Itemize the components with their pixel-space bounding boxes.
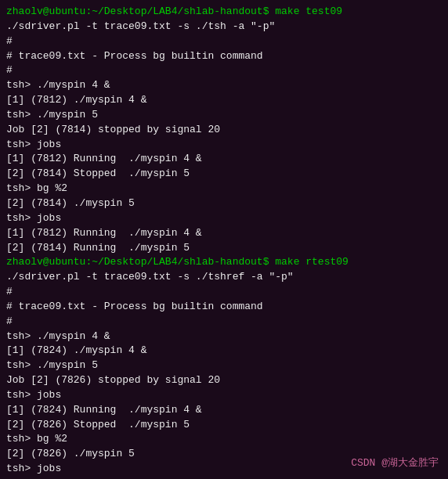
terminal-line: # trace09.txt - Process bg builtin comma… — [6, 300, 442, 315]
terminal-line: tsh> bg %2 — [6, 432, 442, 447]
terminal-line: [2] (7814) Stopped ./myspin 5 — [6, 167, 442, 182]
terminal-line: # trace09.txt - Process bg builtin comma… — [6, 49, 442, 64]
terminal-line: [1] (7824) Running ./myspin 4 & — [6, 403, 442, 418]
terminal-line: [1] (7812) Running ./myspin 4 & — [6, 152, 442, 167]
terminal-line: [1] (7812) Running ./myspin 4 & — [6, 226, 442, 241]
terminal-line: Job [2] (7814) stopped by signal 20 — [6, 123, 442, 138]
terminal-line: tsh> ./myspin 4 & — [6, 330, 442, 344]
terminal-line: [2] (7826) Stopped ./myspin 5 — [6, 418, 442, 433]
terminal-line: tsh> jobs — [6, 388, 442, 403]
terminal-line: ./sdriver.pl -t trace09.txt -s ./tshref … — [6, 270, 442, 285]
terminal-line: tsh> jobs — [6, 211, 442, 226]
terminal-line: [2] (7814) ./myspin 5 — [6, 196, 442, 211]
terminal-line: tsh> ./myspin 5 — [6, 108, 442, 123]
terminal-line: ./sdriver.pl -t trace09.txt -s ./tsh -a … — [6, 20, 442, 34]
terminal-line: tsh> ./myspin 5 — [6, 358, 442, 373]
terminal-line: [2] (7814) Running ./myspin 5 — [6, 241, 442, 256]
terminal-line: # — [6, 34, 442, 49]
terminal-line: zhaolv@ubuntu:~/Desktop/LAB4/shlab-hando… — [6, 255, 442, 270]
terminal-line: # — [6, 315, 442, 330]
terminal-line: # — [6, 285, 442, 300]
terminal-line: tsh> ./myspin 4 & — [6, 78, 442, 93]
terminal-line: [1] (7812) ./myspin 4 & — [6, 93, 442, 108]
terminal-line: Job [2] (7826) stopped by signal 20 — [6, 373, 442, 388]
watermark: CSDN @湖大金胜宇 — [351, 456, 439, 470]
terminal-line: tsh> bg %2 — [6, 182, 442, 196]
terminal-line: # — [6, 63, 442, 78]
terminal-window: zhaolv@ubuntu:~/Desktop/LAB4/shlab-hando… — [0, 0, 448, 479]
terminal-line: [1] (7824) ./myspin 4 & — [6, 344, 442, 358]
terminal-line: tsh> jobs — [6, 138, 442, 153]
terminal-output: zhaolv@ubuntu:~/Desktop/LAB4/shlab-hando… — [6, 5, 442, 479]
terminal-line: zhaolv@ubuntu:~/Desktop/LAB4/shlab-hando… — [6, 5, 442, 20]
